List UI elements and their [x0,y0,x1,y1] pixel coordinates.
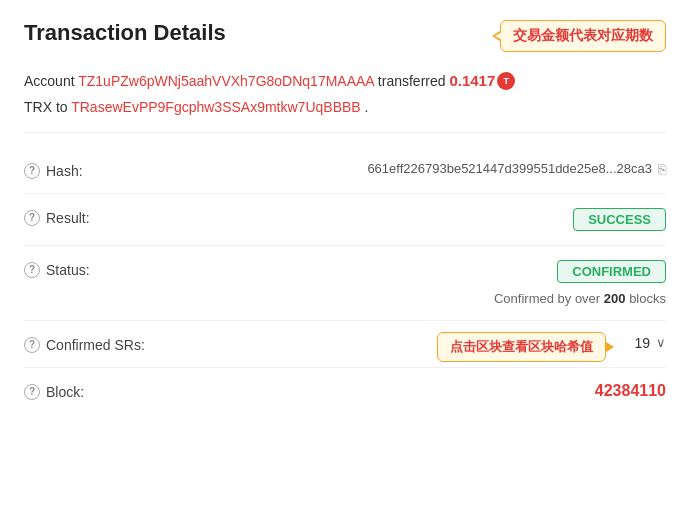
account-line-2: TRX to TRasewEvPP9Fgcphw3SSAx9mtkw7UqBBB… [24,97,666,118]
result-label-group: ? Result: [24,208,184,226]
hash-value-group: 661eff226793be521447d399551dde25e8...28c… [184,161,666,177]
transaction-details-card: Transaction Details 交易金额代表对应期数 Account T… [0,0,690,520]
confirmed-srs-question-icon[interactable]: ? [24,337,40,353]
status-sub-suffix: blocks [629,291,666,306]
tooltip-block: 点击区块查看区块哈希值 [437,332,606,362]
status-row: ? Status: CONFIRMED Confirmed by over 20… [24,246,666,321]
card-header: Transaction Details 交易金额代表对应期数 [24,20,666,52]
hash-row: ? Hash: 661eff226793be521447d399551dde25… [24,147,666,194]
status-value-group: CONFIRMED Confirmed by over 200 blocks [184,260,666,306]
period: . [365,99,369,115]
to-text: to [56,99,71,115]
status-sub-bold: 200 [604,291,626,306]
confirmed-srs-label-group: ? Confirmed SRs: [24,335,184,353]
copy-hash-icon[interactable]: ⎘ [658,161,666,177]
amount-value: 0.1417 [449,70,495,93]
header-divider [24,132,666,133]
from-address-link[interactable]: TZ1uPZw6pWNj5aahVVXh7G8oDNq17MAAAA [78,73,374,89]
account-prefix: Account [24,73,75,89]
card-title: Transaction Details [24,20,226,46]
result-label: Result: [46,210,90,226]
status-sub-text: Confirmed by over 200 blocks [494,291,666,306]
hash-question-icon[interactable]: ? [24,163,40,179]
transferred-text: transferred [378,73,446,89]
amount-inline: 0.1417 T [449,70,515,93]
tooltip-amount: 交易金额代表对应期数 [500,20,666,52]
trx-coin-icon: T [497,72,515,90]
status-sub-prefix: Confirmed by over [494,291,600,306]
block-number-link[interactable]: 42384110 [595,382,666,400]
hash-label: Hash: [46,163,83,179]
result-badge: SUCCESS [573,208,666,231]
result-value-group: SUCCESS [184,208,666,231]
hash-value: 661eff226793be521447d399551dde25e8...28c… [367,161,652,176]
trx-label: TRX [24,99,52,115]
block-row: ? Block: 42384110 点击区块查看区块哈希值 [24,368,666,414]
confirmed-srs-value: 19 [634,335,650,351]
result-row: ? Result: SUCCESS [24,194,666,246]
status-label-group: ? Status: [24,260,184,278]
account-line: Account TZ1uPZw6pWNj5aahVVXh7G8oDNq17MAA… [24,70,666,93]
status-col: CONFIRMED Confirmed by over 200 blocks [494,260,666,306]
block-label: Block: [46,384,84,400]
status-question-icon[interactable]: ? [24,262,40,278]
status-confirmed-badge: CONFIRMED [557,260,666,283]
confirmed-srs-label: Confirmed SRs: [46,337,145,353]
hash-label-group: ? Hash: [24,161,184,179]
srs-chevron-icon[interactable]: ∨ [656,335,666,350]
block-label-group: ? Block: [24,382,184,400]
block-question-icon[interactable]: ? [24,384,40,400]
status-label: Status: [46,262,90,278]
block-value-group: 42384110 [184,382,666,400]
result-question-icon[interactable]: ? [24,210,40,226]
to-address-link[interactable]: TRasewEvPP9Fgcphw3SSAx9mtkw7UqBBBB [71,99,360,115]
